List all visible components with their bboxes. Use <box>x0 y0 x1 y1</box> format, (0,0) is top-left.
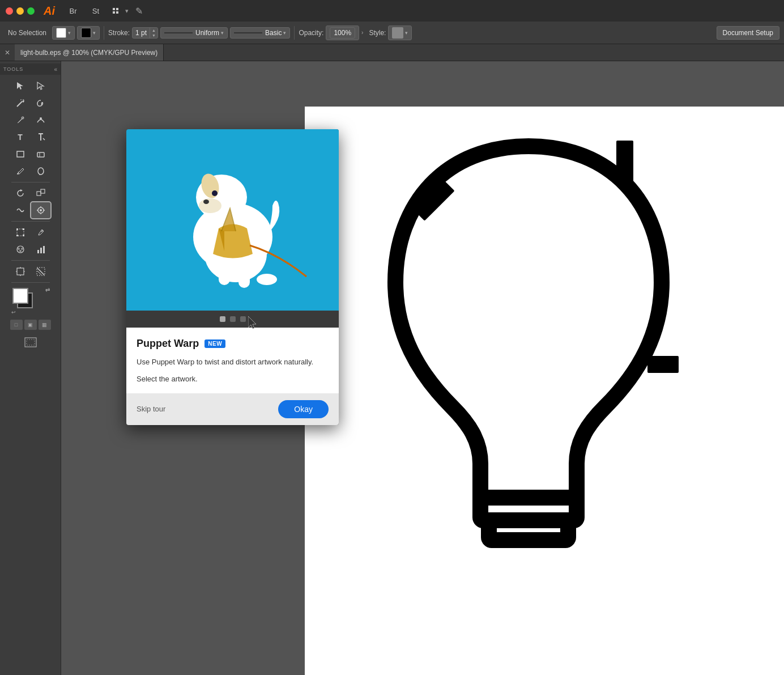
maximize-button[interactable] <box>27 7 35 15</box>
selection-tool[interactable] <box>11 78 30 94</box>
rotate-tool[interactable] <box>11 185 30 201</box>
tool-separator-1 <box>11 182 50 182</box>
curvature-tool[interactable] <box>31 112 50 128</box>
graph-tool[interactable] <box>31 241 50 257</box>
tab-close-button[interactable]: ✕ <box>5 49 10 57</box>
scale-tool[interactable] <box>31 185 50 201</box>
fill-chevron: ▾ <box>68 30 71 36</box>
tab-label[interactable]: light-bulb.eps @ 100% (CMYK/GPU Preview) <box>15 44 164 61</box>
skip-tour-link[interactable]: Skip tour <box>137 405 165 413</box>
color-guide-tool[interactable] <box>11 241 30 257</box>
brush-icon[interactable]: ✎ <box>135 6 143 16</box>
svg-rect-54 <box>238 262 250 288</box>
opacity-selector[interactable]: 100% <box>326 26 359 40</box>
nav-dot-1[interactable] <box>220 316 225 322</box>
popup-dialog: Puppet Warp NEW Use Puppet Warp to twist… <box>126 129 339 425</box>
normal-view-btn[interactable]: □ <box>10 320 23 330</box>
svg-point-28 <box>21 248 23 250</box>
svg-point-51 <box>212 190 218 196</box>
direct-selection-tool[interactable] <box>31 78 50 94</box>
popup-title-row: Puppet Warp NEW <box>137 338 329 350</box>
style-label: Style: <box>369 29 386 37</box>
svg-rect-12 <box>37 192 41 196</box>
popup-instruction: Select the artwork. <box>137 375 329 383</box>
svg-rect-42 <box>489 520 568 540</box>
tab-bar: ✕ light-bulb.eps @ 100% (CMYK/GPU Previe… <box>0 44 784 61</box>
lasso-tool[interactable] <box>31 95 50 111</box>
stroke-selector[interactable]: ▾ <box>77 26 100 40</box>
workspace-switcher-icon[interactable] <box>113 8 118 14</box>
slice-tool[interactable] <box>31 264 50 279</box>
opacity-label: Opacity: <box>299 29 323 37</box>
stock-icon[interactable]: St <box>88 5 104 17</box>
artboard-switch-btn[interactable] <box>21 334 40 350</box>
new-badge: NEW <box>204 339 225 348</box>
close-button[interactable] <box>6 7 13 15</box>
popup-title: Puppet Warp <box>137 338 199 350</box>
bridge-icon[interactable]: Br <box>65 5 81 17</box>
expand-arrow[interactable]: › <box>361 29 363 36</box>
okay-button[interactable]: Okay <box>278 400 329 418</box>
eraser-tool[interactable] <box>31 146 50 162</box>
stroke-arrows: ▲ ▼ <box>150 28 157 38</box>
rectangle-tool[interactable] <box>11 146 30 162</box>
workspace-dropdown[interactable]: ▾ <box>125 7 129 15</box>
puppet-warp-tool[interactable] <box>31 202 50 218</box>
svg-line-0 <box>17 101 22 107</box>
popup-content: Puppet Warp NEW Use Puppet Warp to twist… <box>126 328 339 393</box>
nav-dot-3[interactable] <box>240 316 246 322</box>
touch-type-tool[interactable] <box>31 129 50 145</box>
style-swatch <box>392 27 403 39</box>
style-selector[interactable]: ▾ <box>388 26 412 40</box>
artboard-switch-buttons <box>21 334 40 350</box>
foreground-color-box[interactable] <box>12 288 28 304</box>
pixel-view-btn[interactable]: ▦ <box>39 320 51 330</box>
stroke-style-selector[interactable]: Uniform ▾ <box>160 27 228 39</box>
svg-rect-39 <box>25 338 36 347</box>
outline-view-btn[interactable]: ▣ <box>24 320 37 330</box>
divider-1 <box>104 26 104 40</box>
nav-dot-2[interactable] <box>230 316 236 322</box>
toolbar: No Selection ▾ ▾ Stroke: 1 pt ▲ ▼ Unifor… <box>0 22 784 44</box>
magic-wand-tool[interactable] <box>11 95 30 111</box>
svg-rect-30 <box>37 250 39 253</box>
no-selection: No Selection <box>5 27 50 39</box>
svg-rect-43 <box>647 356 679 373</box>
popup-image-area <box>126 129 339 311</box>
traffic-lights <box>6 7 35 15</box>
popup-footer: Skip tour Okay <box>126 393 339 425</box>
artboard-tool[interactable] <box>11 264 30 279</box>
panel-collapse[interactable]: « <box>54 66 57 73</box>
pencil-tool[interactable] <box>11 163 30 179</box>
lightbulb-artwork <box>288 90 769 656</box>
stroke-control[interactable]: 1 pt ▲ ▼ <box>132 27 158 39</box>
svg-point-55 <box>257 274 277 285</box>
svg-rect-22 <box>23 228 24 230</box>
color-boxes: ⇄ ↩ <box>11 287 50 315</box>
document-setup-button[interactable]: Document Setup <box>717 26 779 40</box>
stroke-up[interactable]: ▲ <box>150 28 157 33</box>
pen-tool[interactable] <box>11 112 30 128</box>
stroke-down[interactable]: ▼ <box>150 33 157 38</box>
fill-selector[interactable]: ▾ <box>52 26 75 40</box>
svg-point-5 <box>40 117 42 120</box>
svg-point-11 <box>38 168 44 175</box>
svg-rect-24 <box>23 235 24 236</box>
minimize-button[interactable] <box>16 7 24 15</box>
free-transform-tool[interactable] <box>11 224 30 240</box>
type-tool[interactable]: T <box>11 129 30 145</box>
popup-nav-dots <box>126 311 339 328</box>
tool-grid: T <box>8 77 53 180</box>
swap-colors-icon[interactable]: ⇄ <box>45 287 50 293</box>
warp-tool[interactable] <box>11 202 30 218</box>
tool-separator-4 <box>11 282 50 283</box>
tool-separator-2 <box>11 221 50 222</box>
reset-colors-icon[interactable]: ↩ <box>11 309 16 315</box>
svg-rect-44 <box>616 141 633 183</box>
svg-rect-13 <box>41 189 45 193</box>
svg-point-29 <box>19 250 22 252</box>
stroke-profile-selector[interactable]: Basic ▾ <box>230 27 290 39</box>
blob-brush-tool[interactable] <box>31 163 50 179</box>
eyedropper-tool[interactable] <box>31 224 50 240</box>
popup-description: Use Puppet Warp to twist and distort art… <box>137 356 329 368</box>
